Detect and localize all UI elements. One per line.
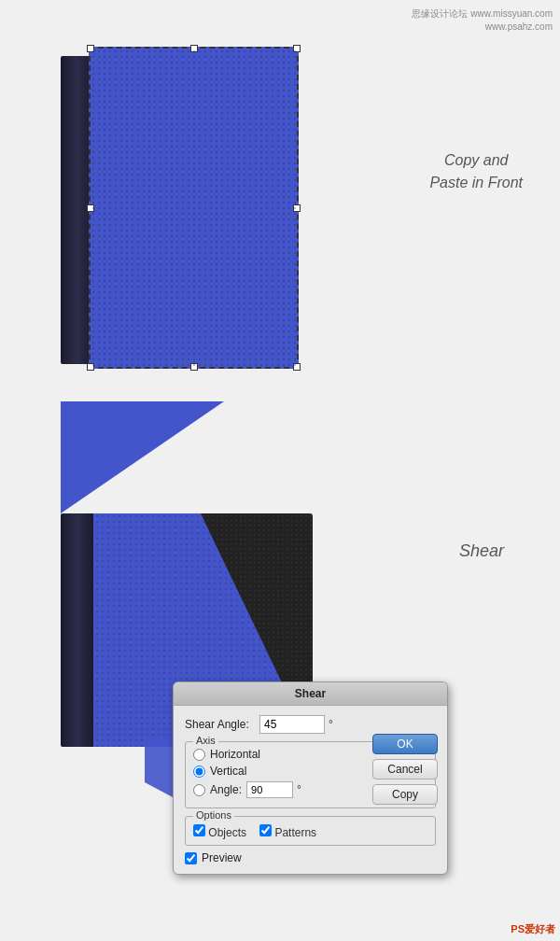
copy-paste-label: Copy and Paste in Front	[429, 149, 523, 194]
objects-option: Objects	[193, 824, 246, 839]
shear-blue-triangle	[61, 401, 224, 513]
handle-tl	[87, 45, 94, 52]
handle-bl	[87, 363, 94, 371]
angle-radio[interactable]	[193, 784, 205, 796]
angle-degree: °	[297, 783, 301, 796]
options-group: Options Objects Patterns	[185, 816, 436, 846]
shear-angle-input[interactable]	[259, 715, 325, 734]
copy-button[interactable]: Copy	[372, 784, 438, 805]
shear-angle-row: Shear Angle: °	[185, 715, 436, 734]
handle-br	[293, 363, 301, 371]
handle-tm	[190, 45, 198, 52]
book-top	[61, 47, 299, 369]
shear-dialog: Shear Shear Angle: ° Axis Horizontal	[173, 681, 448, 875]
cancel-button[interactable]: Cancel	[372, 759, 438, 779]
axis-group-title: Axis	[193, 735, 218, 746]
horizontal-radio[interactable]	[193, 749, 205, 761]
watermark-line1: 思缘设计论坛 www.missyuan.com	[412, 7, 553, 21]
book-cover-top	[89, 47, 299, 369]
preview-label: Preview	[202, 851, 242, 864]
patterns-option: Patterns	[259, 824, 316, 839]
handle-mr	[293, 204, 301, 212]
angle-value-input[interactable]	[246, 781, 293, 798]
dialog-buttons: OK Cancel Copy	[372, 734, 438, 805]
handle-ml	[87, 204, 94, 212]
ps-logo: PS爱好者	[511, 922, 555, 936]
book-spine-bottom	[61, 513, 93, 747]
handle-bm	[190, 363, 198, 371]
vertical-label: Vertical	[210, 765, 246, 778]
shear-angle-degree: °	[329, 718, 333, 731]
patterns-checkbox[interactable]	[259, 824, 272, 836]
angle-label: Angle:	[210, 783, 242, 796]
vertical-radio[interactable]	[193, 765, 205, 778]
options-group-title: Options	[193, 809, 234, 821]
shear-angle-label: Shear Angle:	[185, 718, 259, 731]
handle-tr	[293, 45, 301, 52]
objects-checkbox[interactable]	[193, 824, 205, 836]
section-bottom: Shear Shear Shear Angle: ° Axis Horizont…	[0, 392, 560, 934]
options-row: Objects Patterns	[193, 824, 427, 839]
section-top: Copy and Paste in Front	[0, 28, 560, 383]
dialog-title: Shear	[174, 682, 447, 706]
shear-label: Shear	[459, 541, 504, 561]
horizontal-label: Horizontal	[210, 748, 260, 761]
preview-checkbox[interactable]	[185, 852, 197, 864]
preview-row: Preview	[185, 851, 436, 864]
ok-button[interactable]: OK	[372, 734, 438, 754]
